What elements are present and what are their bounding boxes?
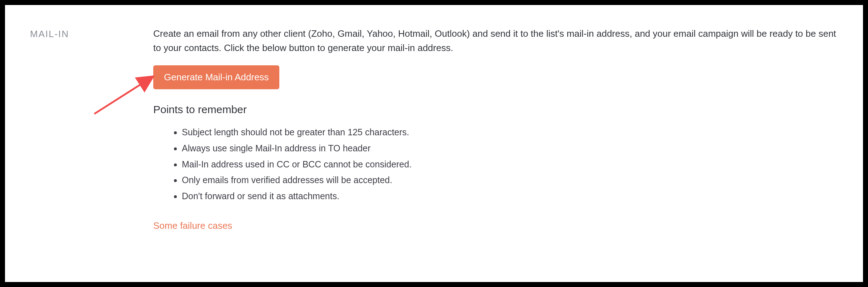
list-item: Only emails from verified addresses will… <box>182 172 838 188</box>
section-label: MAIL-IN <box>30 26 153 40</box>
mail-in-content: Create an email from any other client (Z… <box>153 26 838 233</box>
points-list: Subject length should not be greater tha… <box>153 124 838 204</box>
mail-in-row: MAIL-IN Create an email from any other c… <box>30 26 838 233</box>
description-text: Create an email from any other client (Z… <box>153 26 838 55</box>
list-item: Always use single Mail-In address in TO … <box>182 140 838 156</box>
points-heading: Points to remember <box>153 101 838 118</box>
list-item: Subject length should not be greater tha… <box>182 124 838 140</box>
list-item: Mail-In address used in CC or BCC cannot… <box>182 156 838 172</box>
generate-mailin-address-button[interactable]: Generate Mail-in Address <box>153 65 279 89</box>
failure-cases-link[interactable]: Some failure cases <box>153 220 232 231</box>
mail-in-panel: MAIL-IN Create an email from any other c… <box>5 5 863 282</box>
list-item: Don't forward or send it as attachments. <box>182 188 838 204</box>
